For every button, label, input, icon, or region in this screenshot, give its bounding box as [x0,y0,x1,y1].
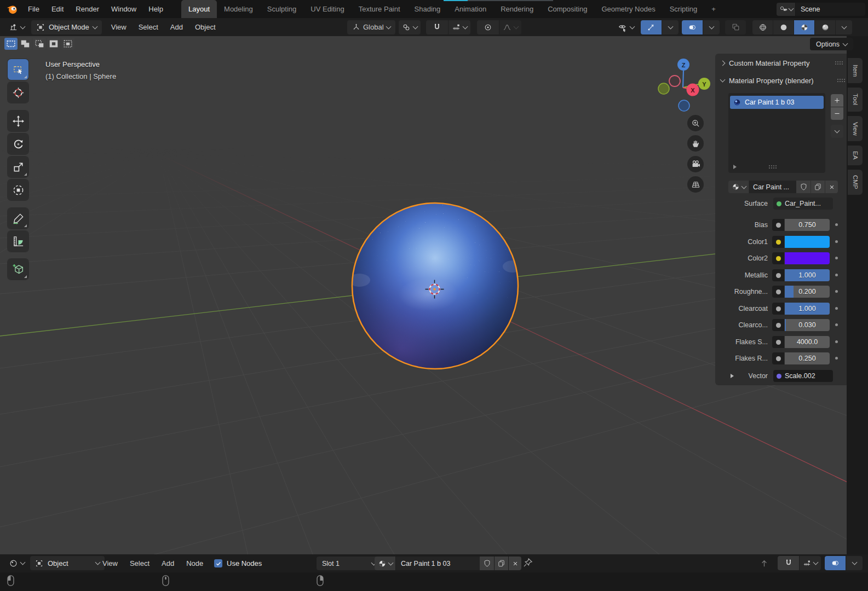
value-slider[interactable]: 0.030 [785,319,830,331]
material-slot-item[interactable]: Car Paint 1 b 03 [730,96,824,109]
slot-selector[interactable]: Slot 1 [317,557,381,570]
toggle-xray-button[interactable] [725,20,746,34]
axis-negx-handle[interactable] [669,76,680,86]
show-overlays-button[interactable] [825,556,846,570]
new-material-button[interactable] [811,181,825,193]
shader-type-selector[interactable]: Object [30,556,105,570]
panel-drag-grip-icon[interactable] [835,61,843,65]
socket-button[interactable] [772,319,784,331]
tool-measure-button[interactable] [8,231,28,252]
material-browse-button[interactable] [375,557,395,570]
unlink-material-button[interactable] [825,181,838,193]
color-field[interactable] [785,252,830,264]
object-visibility-button[interactable] [614,20,637,34]
socket-button[interactable] [772,303,784,315]
overlays-settings-button[interactable] [846,556,863,570]
workspace-tab-layout[interactable]: Layout [181,0,217,18]
shading-settings-button[interactable] [836,20,852,34]
menu-edit[interactable]: Edit [45,0,70,18]
list-resize-grip-icon[interactable] [769,165,777,169]
parent-node-tree-button[interactable] [754,556,774,570]
sidebar-tab-item[interactable]: Item [848,58,863,83]
decorator-dot[interactable] [835,323,838,326]
perspective-toggle-button[interactable] [687,176,704,193]
workspace-tab-rendering[interactable]: Rendering [493,0,541,18]
material-name-field[interactable]: Car Paint 1 b 03 [396,557,484,570]
snap-settings-button[interactable] [800,556,821,570]
camera-view-button[interactable] [687,156,704,172]
workspace-tab-geometry-nodes[interactable]: Geometry Nodes [594,0,662,18]
sidebar-tab-tool[interactable]: Tool [848,88,863,112]
socket-button[interactable] [772,269,784,281]
fake-user-button[interactable] [480,557,494,570]
socket-button[interactable] [772,219,784,231]
editor-type-button[interactable] [5,556,28,570]
menu-help[interactable]: Help [142,0,169,18]
workspace-tab-modeling[interactable]: Modeling [217,0,260,18]
menu-add[interactable]: Add [156,559,180,567]
material-specials-button[interactable] [831,125,843,138]
menu-add[interactable]: Add [164,23,189,31]
sidebar-tab-view[interactable]: View [848,116,863,141]
decorator-dot[interactable] [835,290,838,293]
menu-view[interactable]: View [105,23,133,31]
color-field[interactable] [785,236,830,248]
unlink-material-button[interactable] [509,557,521,570]
fake-user-button[interactable] [796,181,810,193]
socket-button[interactable] [772,336,784,348]
workspace-tab-scripting[interactable]: Scripting [663,0,705,18]
gizmo-settings-button[interactable] [662,20,679,34]
proportional-editing-button[interactable] [477,20,499,34]
select-mode-invert-button[interactable] [47,38,60,50]
workspace-tab-animation[interactable]: Animation [447,0,493,18]
shading-solid-button[interactable] [773,20,794,34]
value-slider[interactable]: 1.000 [785,303,830,315]
menu-select[interactable]: Select [124,559,156,567]
surface-shader-button[interactable]: Car_Paint... [773,198,833,210]
show-overlays-button[interactable] [682,20,703,34]
tool-select-box-button[interactable] [8,59,28,80]
add-material-slot-button[interactable] [831,94,843,107]
tool-annotate-button[interactable] [8,208,28,229]
material-browse-button[interactable] [728,181,749,193]
pan-view-button[interactable] [687,135,704,152]
menu-select[interactable]: Select [133,23,164,31]
decorator-dot[interactable] [835,307,838,310]
value-slider[interactable]: 1.000 [785,269,830,281]
decorator-dot[interactable] [835,223,838,226]
shading-material-preview-button[interactable] [794,20,814,34]
panel-drag-grip-icon[interactable] [837,79,846,82]
select-mode-set-button[interactable] [4,38,18,50]
options-button[interactable]: Options [810,38,853,50]
workspace-tab-compositing[interactable]: Compositing [541,0,594,18]
zoom-view-button[interactable] [687,115,704,131]
panel-custom-material-property[interactable]: Custom Material Property [721,57,809,69]
sidebar-tab-cmp[interactable]: CMP [848,170,863,195]
snap-settings-button[interactable] [449,20,470,34]
pin-button[interactable] [522,557,533,568]
value-slider[interactable]: 0.250 [785,352,830,364]
overlays-settings-button[interactable] [703,20,720,34]
remove-material-slot-button[interactable] [831,107,843,120]
material-name-field[interactable]: Car Paint ... [749,181,800,193]
proportional-falloff-button[interactable] [499,20,521,34]
value-slider[interactable]: 4000.0 [785,336,830,348]
decorator-dot[interactable] [835,240,838,243]
shading-rendered-button[interactable] [815,20,835,34]
socket-button[interactable] [772,286,784,298]
socket-button[interactable] [772,252,784,264]
sphere-object[interactable] [342,193,528,379]
menu-object[interactable]: Object [189,23,222,31]
blender-logo-icon[interactable] [5,3,19,15]
axis-negz-handle[interactable] [679,100,689,111]
decorator-dot[interactable] [835,274,838,276]
decorator-dot[interactable] [835,357,838,360]
menu-file[interactable]: File [22,0,45,18]
workspace-tab-sculpting[interactable]: Sculpting [260,0,303,18]
add-workspace-button[interactable]: + [704,0,723,18]
transform-orientation-button[interactable]: Global [347,20,395,34]
select-mode-extend-button[interactable] [19,38,32,50]
navigation-gizmo[interactable]: Z Y X [652,55,712,115]
decorator-dot[interactable] [835,257,838,259]
shading-wireframe-button[interactable] [752,20,773,34]
